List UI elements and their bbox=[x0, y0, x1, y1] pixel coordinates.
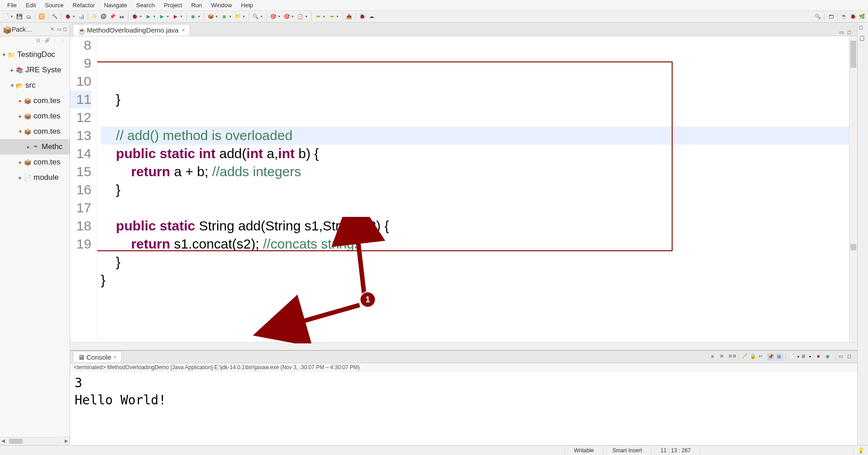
twist-icon[interactable]: ▸ bbox=[17, 174, 24, 181]
twist-icon[interactable]: ▾ bbox=[9, 82, 15, 89]
tree-node[interactable]: ▸📚JRE Syste bbox=[0, 62, 70, 78]
clear-icon[interactable]: 🧹 bbox=[741, 353, 749, 361]
menu-run[interactable]: Run bbox=[187, 1, 207, 9]
twist-icon[interactable]: ▸ bbox=[17, 113, 24, 119]
search-icon[interactable]: 🔍 bbox=[251, 13, 260, 21]
menu-project[interactable]: Project bbox=[159, 1, 186, 9]
build-icon[interactable]: 🔨 bbox=[51, 13, 59, 21]
code-line[interactable] bbox=[101, 72, 849, 90]
code-line[interactable]: } bbox=[101, 253, 849, 271]
folder-icon[interactable]: 📁 bbox=[234, 13, 242, 21]
terminate-icon[interactable]: ■ bbox=[711, 353, 718, 361]
remove-all-icon[interactable]: ✖✖ bbox=[728, 353, 735, 361]
code-line[interactable]: // add() method is overloaded bbox=[101, 127, 849, 145]
twist-icon[interactable]: ▸ bbox=[17, 159, 24, 165]
task-icon[interactable]: 🎯 bbox=[269, 13, 277, 21]
tree-node[interactable]: ▾📁TestingDoc bbox=[0, 47, 70, 62]
project-tree[interactable]: ▾📁TestingDoc▸📚JRE Syste▾📂src▸📦com.tes▸📦c… bbox=[0, 46, 70, 437]
minimize-icon[interactable]: ▭ bbox=[57, 26, 62, 32]
restore-icon[interactable]: ◻ bbox=[859, 24, 867, 33]
vscroll-thumb-2[interactable] bbox=[850, 244, 856, 250]
ext-icon[interactable]: 📤 bbox=[345, 13, 353, 21]
menu-navigate[interactable]: Navigate bbox=[100, 1, 132, 9]
scroll-lock-icon[interactable]: 🔒 bbox=[750, 353, 757, 361]
pin-console-icon[interactable]: 📌 bbox=[767, 353, 774, 361]
console-output[interactable]: 3 Hello World! bbox=[70, 372, 857, 445]
new-type-icon[interactable]: ◉ bbox=[220, 13, 228, 21]
code-line[interactable]: public static int add(int a,int b) { bbox=[101, 145, 849, 163]
close-icon[interactable]: ✕ bbox=[181, 28, 185, 33]
new-icon[interactable]: 📄 bbox=[2, 13, 10, 21]
task3-icon[interactable]: 📋 bbox=[296, 13, 304, 21]
switch-icon[interactable]: 🔀 bbox=[38, 13, 46, 21]
tip-icon[interactable]: 💡 bbox=[858, 447, 864, 454]
menu-source[interactable]: Source bbox=[40, 1, 68, 9]
scroll-thumb[interactable] bbox=[9, 439, 23, 444]
perspective-icon[interactable]: 🗔 bbox=[827, 13, 835, 21]
save-all-icon[interactable]: 🗂 bbox=[24, 13, 33, 21]
step-icon[interactable]: ⏭ bbox=[118, 13, 126, 21]
new-console-icon[interactable]: 🖥 bbox=[801, 353, 808, 361]
tree-node[interactable]: ▸📦com.tes bbox=[0, 155, 70, 170]
remove-icon[interactable]: ✖ bbox=[720, 353, 727, 361]
twist-icon[interactable]: ▾ bbox=[1, 52, 7, 58]
debug-run-icon[interactable]: 🐞 bbox=[131, 13, 139, 21]
twist-icon[interactable]: ▸ bbox=[25, 144, 32, 150]
display-icon[interactable]: 🖥 bbox=[776, 353, 783, 361]
twist-icon[interactable]: ▸ bbox=[17, 98, 24, 104]
cloud-icon[interactable]: ☁ bbox=[367, 13, 375, 21]
ladybug-icon[interactable]: 🐞 bbox=[358, 13, 366, 21]
twist-icon[interactable]: ▸ bbox=[9, 67, 15, 73]
menu-help[interactable]: Help bbox=[237, 1, 258, 9]
tree-node[interactable]: ▸📄module bbox=[0, 170, 70, 185]
back-icon[interactable]: ⬅ bbox=[314, 13, 322, 21]
new-pkg-icon[interactable]: 📦 bbox=[207, 13, 215, 21]
menu-file[interactable]: File bbox=[3, 1, 21, 9]
console-persp-icon[interactable]: ◉ bbox=[825, 353, 833, 361]
code-line[interactable] bbox=[101, 199, 849, 217]
run-icon[interactable]: ▶ bbox=[144, 13, 152, 21]
package-explorer-tab[interactable]: 📦 Pack… ✕ ▭ ◻ bbox=[0, 23, 70, 36]
editor-hscroll[interactable] bbox=[70, 342, 857, 350]
editor-tab-active[interactable]: ☕ MethodOverloadingDemo.java ✕ bbox=[73, 24, 190, 36]
tree-node[interactable]: ▾📦com.tes bbox=[0, 124, 70, 139]
coverage-run-icon[interactable]: ▶ bbox=[158, 13, 166, 21]
new-class-icon[interactable]: ◉ bbox=[189, 13, 197, 21]
min-console-icon[interactable]: ▭ bbox=[839, 353, 846, 361]
code-area[interactable]: } // add() method is overloaded public s… bbox=[97, 36, 849, 342]
code-line[interactable]: public static String add(String s1,Strin… bbox=[101, 217, 849, 235]
maximize-icon[interactable]: ◻ bbox=[63, 26, 67, 32]
menu-window[interactable]: Window bbox=[207, 1, 237, 9]
code-line[interactable]: } bbox=[101, 90, 849, 108]
collapse-icon[interactable]: ⊟ bbox=[36, 38, 43, 44]
tree-node[interactable]: ▸📦com.tes bbox=[0, 93, 70, 108]
menu-search[interactable]: Search bbox=[132, 1, 159, 9]
ext-tools-icon[interactable]: ▶ bbox=[171, 13, 180, 21]
wand-icon[interactable]: ✨ bbox=[90, 13, 99, 21]
tree-node[interactable]: ▸📦com.tes bbox=[0, 108, 70, 124]
close-icon[interactable]: ✕ bbox=[50, 26, 54, 32]
code-line[interactable]: return a + b; //adds integers bbox=[101, 163, 849, 181]
scroll-left-icon[interactable]: ◀ bbox=[1, 438, 5, 443]
outline-icon[interactable]: 📋 bbox=[859, 35, 867, 43]
filter-icon[interactable]: ⋮ bbox=[52, 38, 59, 44]
editor-body[interactable]: 8910111213141516171819 } // add() method… bbox=[70, 36, 857, 342]
java-persp-icon[interactable]: ☕ bbox=[840, 13, 848, 21]
pin-icon[interactable]: 📌 bbox=[109, 13, 117, 21]
stop-icon[interactable]: ■ bbox=[817, 353, 824, 361]
forward-icon[interactable]: ➡ bbox=[327, 13, 336, 21]
menu-refactor[interactable]: Refactor bbox=[68, 1, 100, 9]
code-line[interactable]: } bbox=[101, 181, 849, 199]
tree-node[interactable]: ▾📂src bbox=[0, 78, 70, 93]
code-line[interactable] bbox=[101, 108, 849, 127]
word-wrap-icon[interactable]: ↩ bbox=[759, 353, 766, 361]
dropdown-icon[interactable]: ▾ bbox=[11, 14, 14, 19]
tree-node[interactable]: ▸☕Methc bbox=[0, 139, 70, 155]
maximize-editor-icon[interactable]: ◻ bbox=[847, 29, 854, 36]
scroll-right-icon[interactable]: ▶ bbox=[65, 438, 68, 443]
toggle-icon[interactable]: 🔘 bbox=[100, 13, 108, 21]
git-persp-icon[interactable]: 🌿 bbox=[858, 13, 866, 21]
console-tab[interactable]: 🖥 Console ✕ bbox=[73, 351, 122, 362]
menu-edit[interactable]: Edit bbox=[21, 1, 40, 9]
coverage-icon[interactable]: 📊 bbox=[77, 13, 85, 21]
